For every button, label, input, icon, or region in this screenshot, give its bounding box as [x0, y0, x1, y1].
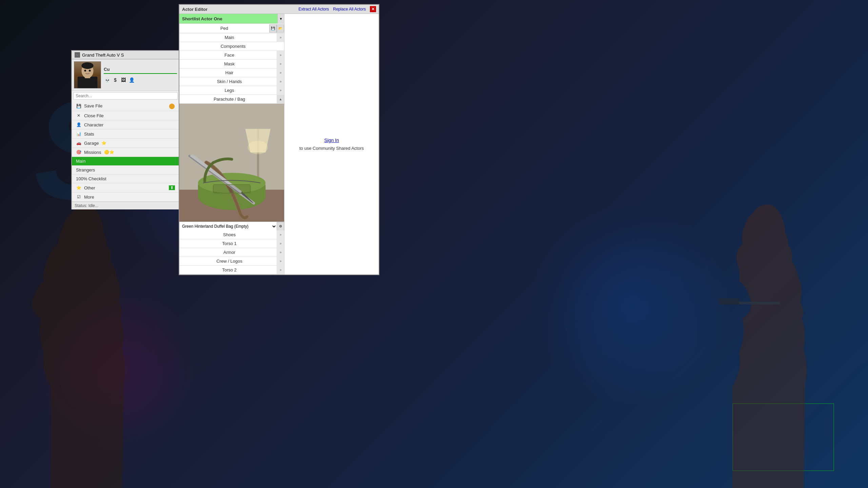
nav-item-other[interactable]: ⭐ Other ⬆	[72, 183, 179, 192]
section-legs[interactable]: Legs »	[179, 86, 284, 95]
section-face-expand: »	[277, 51, 284, 60]
actor-editor-header: Actor Editor Extract All Actors Replace …	[179, 5, 379, 14]
actor-editor-close-button[interactable]: ✕	[370, 6, 376, 12]
section-torso2-expand: »	[277, 266, 284, 274]
actor-right-column: Sign In to use Community Shared Actors	[284, 14, 379, 274]
nav-item-missions-label: Missions	[84, 150, 101, 155]
bag-preview-area	[179, 104, 284, 222]
section-main-label: Main	[179, 35, 277, 40]
nav-item-garage-label: Garage	[84, 141, 99, 146]
bag-dropdown[interactable]: Green Hinterland Duffel Bag (Empty)	[179, 222, 277, 231]
svg-point-6	[84, 69, 86, 72]
nav-item-character-label: Character	[84, 122, 103, 127]
skull-icon: 💀	[104, 77, 111, 83]
shortlist-input[interactable]	[179, 14, 277, 23]
ped-row: Ped 💾 📂	[179, 24, 284, 33]
bag-dropdown-row: Green Hinterland Duffel Bag (Empty) ⚙	[179, 222, 284, 230]
section-shoes[interactable]: Shoes »	[179, 230, 284, 239]
nav-menu: 💾 Save File ⬤ ✕ Close File 👤 Character 📊…	[72, 101, 179, 202]
health-bar	[104, 73, 177, 74]
garage-icon: 🚗	[76, 140, 81, 146]
nav-item-stats[interactable]: 📊 Stats	[72, 129, 179, 139]
section-torso1-expand: »	[277, 239, 284, 248]
section-armor-expand: »	[277, 248, 284, 257]
nav-item-stats-label: Stats	[84, 131, 94, 137]
search-input[interactable]	[76, 94, 175, 98]
ped-save-button[interactable]: 📂	[277, 24, 284, 33]
character-icon: 👤	[76, 122, 81, 127]
status-bar: Status: Idle...	[72, 202, 179, 209]
section-parachute-bag-expand: ▲	[277, 95, 284, 104]
section-components[interactable]: Components	[179, 42, 284, 51]
panel-header-title: Grand Theft Auto V S	[82, 53, 124, 58]
nav-item-close-file[interactable]: ✕ Close File	[72, 111, 179, 120]
section-mask[interactable]: Mask »	[179, 60, 284, 68]
svg-point-7	[89, 69, 91, 72]
section-hair[interactable]: Hair »	[179, 68, 284, 77]
nav-item-more[interactable]: ☑ More	[72, 192, 179, 202]
sign-in-description: to use Community Shared Actors	[299, 146, 364, 151]
actor-editor-body: ▼ Ped 💾 📂 Main » Components Face » Mask	[179, 14, 379, 274]
nav-item-checklist[interactable]: 100% Checklist	[72, 175, 179, 183]
svg-point-27	[248, 141, 268, 154]
section-shoes-label: Shoes	[179, 232, 277, 237]
section-components-label: Components	[179, 44, 284, 49]
nav-item-checklist-label: 100% Checklist	[76, 176, 106, 181]
char-icons-row: 💀 $ 🖼 👤	[104, 77, 177, 83]
section-torso1-label: Torso 1	[179, 241, 277, 246]
sign-in-link[interactable]: Sign In	[324, 138, 339, 143]
nav-item-save-file[interactable]: 💾 Save File ⬤	[72, 101, 179, 111]
section-parachute-bag[interactable]: Parachute / Bag ▲	[179, 95, 284, 104]
cu-label: Cu	[104, 67, 177, 72]
more-icon: ☑	[76, 194, 81, 200]
nav-item-more-label: More	[84, 195, 94, 200]
section-crew-logos[interactable]: Crew / Logos »	[179, 257, 284, 266]
section-mask-label: Mask	[179, 61, 277, 66]
svg-rect-2	[78, 77, 98, 88]
person-icon: 👤	[128, 77, 135, 83]
svg-rect-1	[719, 298, 739, 304]
stats-icon: 📊	[76, 131, 81, 137]
section-skin-hands[interactable]: Skin / Hands »	[179, 77, 284, 86]
ped-label: Ped	[179, 26, 269, 31]
nav-item-strangers-label: Strangers	[76, 167, 95, 172]
nav-item-strangers[interactable]: Strangers	[72, 166, 179, 175]
section-skin-hands-label: Skin / Hands	[179, 79, 277, 84]
section-face[interactable]: Face »	[179, 51, 284, 60]
section-main-expand: »	[277, 33, 284, 42]
section-shoes-expand: »	[277, 230, 284, 239]
section-mask-expand: »	[277, 60, 284, 68]
actor-editor-title: Actor Editor	[182, 7, 208, 12]
section-skin-hands-expand: »	[277, 77, 284, 86]
nav-item-character[interactable]: 👤 Character	[72, 120, 179, 129]
bag-settings-button[interactable]: ⚙	[277, 222, 284, 231]
section-armor-label: Armor	[179, 250, 277, 255]
section-torso2-label: Torso 2	[179, 267, 277, 272]
section-face-label: Face	[179, 53, 277, 58]
section-crew-logos-label: Crew / Logos	[179, 259, 277, 264]
shortlist-dropdown-button[interactable]: ▼	[277, 14, 284, 23]
left-panel-header: 🎮 Grand Theft Auto V S	[72, 51, 179, 59]
nav-item-main[interactable]: Main	[72, 157, 179, 166]
save-icon: 💾	[76, 103, 81, 109]
nav-item-garage[interactable]: 🚗 Garage ⭐	[72, 139, 179, 148]
extract-all-actors-button[interactable]: Extract All Actors	[298, 7, 329, 12]
money-icon: $	[112, 77, 119, 83]
nav-item-save-label: Save File	[84, 103, 102, 108]
nav-item-other-label: Other	[84, 185, 95, 190]
char-preview-area: Cu 💀 $ 🖼 👤	[72, 59, 179, 91]
section-torso1[interactable]: Torso 1 »	[179, 239, 284, 248]
left-panel: 🎮 Grand Theft Auto V S Cu	[71, 50, 180, 209]
ped-load-button[interactable]: 💾	[269, 24, 277, 33]
section-hair-expand: »	[277, 68, 284, 77]
section-main[interactable]: Main »	[179, 33, 284, 42]
section-armor[interactable]: Armor »	[179, 248, 284, 257]
replace-all-actors-button[interactable]: Replace All Actors	[333, 7, 366, 12]
section-hair-label: Hair	[179, 70, 277, 75]
missions-icon: 🎯	[76, 149, 81, 155]
actor-editor-actions: Extract All Actors Replace All Actors ✕	[298, 6, 376, 12]
nav-item-missions[interactable]: 🎯 Missions 🟡⭐	[72, 148, 179, 157]
close-file-icon: ✕	[76, 113, 81, 118]
section-torso2[interactable]: Torso 2 »	[179, 266, 284, 274]
actor-editor-panel: Actor Editor Extract All Actors Replace …	[179, 4, 379, 275]
